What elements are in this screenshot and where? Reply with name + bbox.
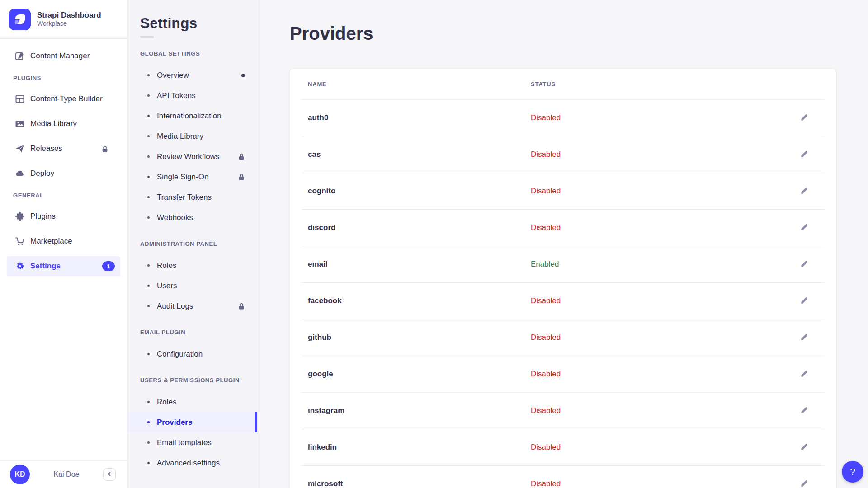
column-header-status: STATUS [531,81,556,88]
subnav-item-providers[interactable]: Providers [127,412,257,432]
subnav-item-media-library[interactable]: Media Library [127,126,257,146]
paper-plane-icon [15,144,25,154]
sidebar-item-marketplace[interactable]: Marketplace [0,231,127,251]
image-icon [15,119,25,129]
sidebar-item-label: Deploy [30,169,54,178]
edit-provider-button[interactable] [797,111,811,125]
edit-provider-button[interactable] [797,221,811,235]
subnav-item-internationalization[interactable]: Internationalization [127,106,257,126]
provider-status: Disabled [531,333,561,342]
provider-name: cas [308,150,321,159]
table-header: NAME STATUS [302,69,824,99]
table-row[interactable]: google Disabled [302,356,824,392]
pencil-icon [800,150,809,160]
provider-status: Disabled [531,113,561,122]
subnav-item-email-templates[interactable]: Email templates [127,432,257,453]
table-row[interactable]: instagram Disabled [302,392,824,429]
pencil-icon [800,406,809,416]
subnav-item-up-roles[interactable]: Roles [127,392,257,412]
cart-icon [15,236,25,246]
workspace-switcher[interactable]: Strapi Dashboard Workplace [0,0,127,39]
sidebar-item-deploy[interactable]: Deploy [0,164,127,183]
subnav-item-overview[interactable]: Overview [127,65,257,85]
edit-provider-button[interactable] [797,440,811,455]
sidebar-item-releases[interactable]: Releases [0,139,127,159]
gear-icon [15,261,25,271]
help-button[interactable]: ? [842,461,863,483]
bullet-icon [147,94,150,97]
settings-notification-badge: 1 [102,261,115,271]
provider-status: Disabled [531,443,561,452]
bullet-icon [147,285,150,287]
sidebar-section-general: GENERAL [0,191,127,200]
provider-status: Enabled [531,260,559,269]
provider-name: email [308,260,327,269]
pencil-icon [800,223,809,233]
bullet-icon [147,74,150,76]
column-header-name: NAME [308,81,326,88]
pencil-icon [800,113,809,123]
table-row[interactable]: microsoft Disabled [302,465,824,488]
edit-provider-button[interactable] [797,184,811,198]
bullet-icon [147,353,150,355]
table-row[interactable]: linkedin Disabled [302,429,824,465]
bullet-icon [147,462,150,464]
collapse-sidebar-button[interactable] [103,468,116,481]
table-row[interactable]: discord Disabled [302,209,824,246]
bullet-icon [147,441,150,444]
table-row[interactable]: facebook Disabled [302,282,824,319]
sidebar-item-content-manager[interactable]: Content Manager [0,46,127,66]
subnav-item-admin-users[interactable]: Users [127,276,257,296]
edit-provider-button[interactable] [797,147,811,162]
edit-provider-button[interactable] [797,477,811,488]
subnav-item-transfer-tokens[interactable]: Transfer Tokens [127,187,257,207]
table-row[interactable]: cas Disabled [302,136,824,173]
subnav-item-review-workflows[interactable]: Review Workflows [127,146,257,167]
cloud-icon [15,169,25,178]
lock-icon [237,302,245,310]
pencil-icon [800,333,809,343]
sidebar-item-label: Content Manager [30,52,90,61]
chevron-left-icon [107,471,112,478]
lock-icon [101,145,108,153]
pencil-icon [800,296,809,306]
subnav-item-webhooks[interactable]: Webhooks [127,207,257,228]
edit-provider-button[interactable] [797,257,811,272]
sidebar-item-media-library[interactable]: Media Library [0,114,127,134]
edit-provider-button[interactable] [797,330,811,345]
edit-provider-button[interactable] [797,404,811,418]
bullet-icon [147,421,150,423]
layout-icon [15,94,25,104]
edit-provider-button[interactable] [797,367,811,381]
bullet-icon [147,264,150,267]
subnav-item-single-sign-on[interactable]: Single Sign-On [127,167,257,187]
avatar[interactable]: KD [10,465,30,484]
bullet-icon [147,135,150,137]
strapi-logo-icon [9,9,31,30]
subnav-item-admin-roles[interactable]: Roles [127,255,257,276]
table-row[interactable]: cognito Disabled [302,173,824,209]
table-row[interactable]: github Disabled [302,319,824,356]
provider-name: google [308,370,333,379]
sidebar-item-settings[interactable]: Settings 1 [7,256,120,276]
pencil-icon [800,442,809,453]
notification-dot [241,74,245,77]
pencil-icon [800,369,809,380]
table-row[interactable]: email Enabled [302,246,824,282]
sidebar-item-plugins[interactable]: Plugins [0,206,127,226]
edit-provider-button[interactable] [797,294,811,308]
sidebar-item-content-type-builder[interactable]: Content-Type Builder [0,89,127,109]
subnav-item-audit-logs[interactable]: Audit Logs [127,296,257,316]
bullet-icon [147,115,150,117]
provider-status: Disabled [531,370,561,379]
provider-name: linkedin [308,443,337,452]
subnav-section-administration-panel: ADMINISTRATION PANEL [127,239,257,249]
sidebar-item-label: Releases [30,144,62,153]
subnav-item-configuration[interactable]: Configuration [127,344,257,364]
provider-name: auth0 [308,113,328,122]
subnav-item-advanced-settings[interactable]: Advanced settings [127,453,257,473]
bullet-icon [147,176,150,178]
table-row[interactable]: auth0 Disabled [302,99,824,136]
subnav-item-api-tokens[interactable]: API Tokens [127,85,257,106]
pencil-icon [800,259,809,270]
